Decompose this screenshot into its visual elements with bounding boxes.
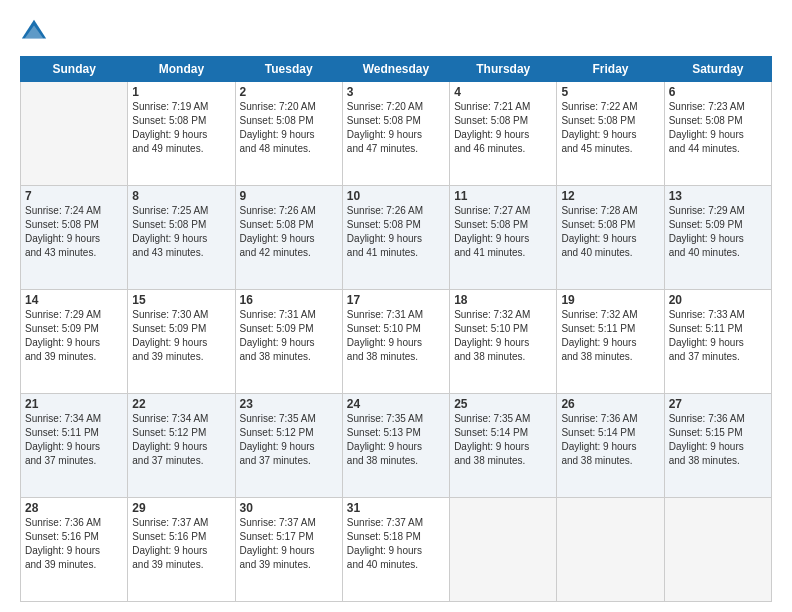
calendar-cell: 11Sunrise: 7:27 AM Sunset: 5:08 PM Dayli…	[450, 186, 557, 290]
day-info: Sunrise: 7:28 AM Sunset: 5:08 PM Dayligh…	[561, 204, 659, 260]
day-info: Sunrise: 7:30 AM Sunset: 5:09 PM Dayligh…	[132, 308, 230, 364]
calendar-cell: 13Sunrise: 7:29 AM Sunset: 5:09 PM Dayli…	[664, 186, 771, 290]
calendar-cell	[557, 498, 664, 602]
calendar-cell: 23Sunrise: 7:35 AM Sunset: 5:12 PM Dayli…	[235, 394, 342, 498]
day-info: Sunrise: 7:31 AM Sunset: 5:10 PM Dayligh…	[347, 308, 445, 364]
calendar-cell: 10Sunrise: 7:26 AM Sunset: 5:08 PM Dayli…	[342, 186, 449, 290]
day-number: 25	[454, 397, 552, 411]
calendar-cell: 2Sunrise: 7:20 AM Sunset: 5:08 PM Daylig…	[235, 82, 342, 186]
day-number: 30	[240, 501, 338, 515]
calendar-cell: 27Sunrise: 7:36 AM Sunset: 5:15 PM Dayli…	[664, 394, 771, 498]
page: SundayMondayTuesdayWednesdayThursdayFrid…	[0, 0, 792, 612]
day-number: 11	[454, 189, 552, 203]
calendar-cell: 7Sunrise: 7:24 AM Sunset: 5:08 PM Daylig…	[21, 186, 128, 290]
col-header-wednesday: Wednesday	[342, 57, 449, 82]
logo	[20, 18, 52, 46]
calendar-cell: 31Sunrise: 7:37 AM Sunset: 5:18 PM Dayli…	[342, 498, 449, 602]
day-info: Sunrise: 7:37 AM Sunset: 5:18 PM Dayligh…	[347, 516, 445, 572]
day-number: 1	[132, 85, 230, 99]
day-number: 19	[561, 293, 659, 307]
calendar-cell: 17Sunrise: 7:31 AM Sunset: 5:10 PM Dayli…	[342, 290, 449, 394]
calendar-week-row: 21Sunrise: 7:34 AM Sunset: 5:11 PM Dayli…	[21, 394, 772, 498]
day-info: Sunrise: 7:33 AM Sunset: 5:11 PM Dayligh…	[669, 308, 767, 364]
day-info: Sunrise: 7:21 AM Sunset: 5:08 PM Dayligh…	[454, 100, 552, 156]
day-info: Sunrise: 7:37 AM Sunset: 5:17 PM Dayligh…	[240, 516, 338, 572]
day-info: Sunrise: 7:22 AM Sunset: 5:08 PM Dayligh…	[561, 100, 659, 156]
day-number: 24	[347, 397, 445, 411]
calendar-week-row: 1Sunrise: 7:19 AM Sunset: 5:08 PM Daylig…	[21, 82, 772, 186]
day-number: 2	[240, 85, 338, 99]
calendar-header-row: SundayMondayTuesdayWednesdayThursdayFrid…	[21, 57, 772, 82]
calendar-cell: 1Sunrise: 7:19 AM Sunset: 5:08 PM Daylig…	[128, 82, 235, 186]
day-info: Sunrise: 7:35 AM Sunset: 5:13 PM Dayligh…	[347, 412, 445, 468]
day-info: Sunrise: 7:23 AM Sunset: 5:08 PM Dayligh…	[669, 100, 767, 156]
day-info: Sunrise: 7:35 AM Sunset: 5:14 PM Dayligh…	[454, 412, 552, 468]
calendar-cell: 4Sunrise: 7:21 AM Sunset: 5:08 PM Daylig…	[450, 82, 557, 186]
day-info: Sunrise: 7:32 AM Sunset: 5:11 PM Dayligh…	[561, 308, 659, 364]
day-number: 28	[25, 501, 123, 515]
calendar-cell: 20Sunrise: 7:33 AM Sunset: 5:11 PM Dayli…	[664, 290, 771, 394]
day-info: Sunrise: 7:37 AM Sunset: 5:16 PM Dayligh…	[132, 516, 230, 572]
calendar-cell: 15Sunrise: 7:30 AM Sunset: 5:09 PM Dayli…	[128, 290, 235, 394]
col-header-saturday: Saturday	[664, 57, 771, 82]
logo-icon	[20, 18, 48, 46]
day-number: 27	[669, 397, 767, 411]
day-number: 5	[561, 85, 659, 99]
calendar-cell	[21, 82, 128, 186]
day-info: Sunrise: 7:31 AM Sunset: 5:09 PM Dayligh…	[240, 308, 338, 364]
day-info: Sunrise: 7:19 AM Sunset: 5:08 PM Dayligh…	[132, 100, 230, 156]
col-header-thursday: Thursday	[450, 57, 557, 82]
calendar-cell: 26Sunrise: 7:36 AM Sunset: 5:14 PM Dayli…	[557, 394, 664, 498]
day-number: 22	[132, 397, 230, 411]
day-info: Sunrise: 7:24 AM Sunset: 5:08 PM Dayligh…	[25, 204, 123, 260]
calendar-cell: 22Sunrise: 7:34 AM Sunset: 5:12 PM Dayli…	[128, 394, 235, 498]
day-number: 17	[347, 293, 445, 307]
day-number: 8	[132, 189, 230, 203]
day-number: 21	[25, 397, 123, 411]
day-number: 20	[669, 293, 767, 307]
calendar-week-row: 28Sunrise: 7:36 AM Sunset: 5:16 PM Dayli…	[21, 498, 772, 602]
day-number: 29	[132, 501, 230, 515]
day-info: Sunrise: 7:32 AM Sunset: 5:10 PM Dayligh…	[454, 308, 552, 364]
day-number: 15	[132, 293, 230, 307]
day-number: 16	[240, 293, 338, 307]
calendar-cell: 5Sunrise: 7:22 AM Sunset: 5:08 PM Daylig…	[557, 82, 664, 186]
day-info: Sunrise: 7:36 AM Sunset: 5:15 PM Dayligh…	[669, 412, 767, 468]
calendar-cell	[450, 498, 557, 602]
col-header-monday: Monday	[128, 57, 235, 82]
calendar-cell: 16Sunrise: 7:31 AM Sunset: 5:09 PM Dayli…	[235, 290, 342, 394]
calendar-cell: 28Sunrise: 7:36 AM Sunset: 5:16 PM Dayli…	[21, 498, 128, 602]
day-info: Sunrise: 7:20 AM Sunset: 5:08 PM Dayligh…	[240, 100, 338, 156]
calendar-week-row: 7Sunrise: 7:24 AM Sunset: 5:08 PM Daylig…	[21, 186, 772, 290]
day-number: 18	[454, 293, 552, 307]
calendar-cell: 24Sunrise: 7:35 AM Sunset: 5:13 PM Dayli…	[342, 394, 449, 498]
calendar-cell: 9Sunrise: 7:26 AM Sunset: 5:08 PM Daylig…	[235, 186, 342, 290]
day-number: 10	[347, 189, 445, 203]
calendar-cell: 21Sunrise: 7:34 AM Sunset: 5:11 PM Dayli…	[21, 394, 128, 498]
day-info: Sunrise: 7:34 AM Sunset: 5:11 PM Dayligh…	[25, 412, 123, 468]
calendar-cell: 12Sunrise: 7:28 AM Sunset: 5:08 PM Dayli…	[557, 186, 664, 290]
day-info: Sunrise: 7:25 AM Sunset: 5:08 PM Dayligh…	[132, 204, 230, 260]
day-info: Sunrise: 7:36 AM Sunset: 5:14 PM Dayligh…	[561, 412, 659, 468]
day-info: Sunrise: 7:26 AM Sunset: 5:08 PM Dayligh…	[347, 204, 445, 260]
calendar-cell: 3Sunrise: 7:20 AM Sunset: 5:08 PM Daylig…	[342, 82, 449, 186]
day-number: 4	[454, 85, 552, 99]
calendar-cell: 29Sunrise: 7:37 AM Sunset: 5:16 PM Dayli…	[128, 498, 235, 602]
day-info: Sunrise: 7:36 AM Sunset: 5:16 PM Dayligh…	[25, 516, 123, 572]
day-number: 9	[240, 189, 338, 203]
day-info: Sunrise: 7:34 AM Sunset: 5:12 PM Dayligh…	[132, 412, 230, 468]
day-number: 23	[240, 397, 338, 411]
calendar-cell: 25Sunrise: 7:35 AM Sunset: 5:14 PM Dayli…	[450, 394, 557, 498]
calendar-table: SundayMondayTuesdayWednesdayThursdayFrid…	[20, 56, 772, 602]
day-info: Sunrise: 7:29 AM Sunset: 5:09 PM Dayligh…	[25, 308, 123, 364]
calendar-cell: 30Sunrise: 7:37 AM Sunset: 5:17 PM Dayli…	[235, 498, 342, 602]
day-info: Sunrise: 7:35 AM Sunset: 5:12 PM Dayligh…	[240, 412, 338, 468]
col-header-tuesday: Tuesday	[235, 57, 342, 82]
calendar-cell: 19Sunrise: 7:32 AM Sunset: 5:11 PM Dayli…	[557, 290, 664, 394]
calendar-cell: 18Sunrise: 7:32 AM Sunset: 5:10 PM Dayli…	[450, 290, 557, 394]
day-info: Sunrise: 7:27 AM Sunset: 5:08 PM Dayligh…	[454, 204, 552, 260]
header	[20, 18, 772, 46]
day-number: 26	[561, 397, 659, 411]
day-number: 6	[669, 85, 767, 99]
day-info: Sunrise: 7:26 AM Sunset: 5:08 PM Dayligh…	[240, 204, 338, 260]
